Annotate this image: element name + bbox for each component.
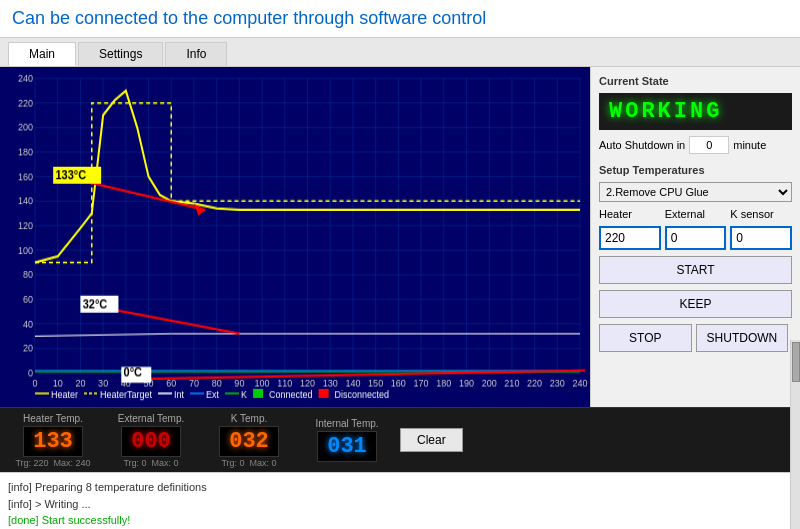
right-panel: Current State WORKING Auto Shutdown in m…	[590, 67, 800, 407]
working-display: WORKING	[599, 93, 792, 130]
k-sensor-input[interactable]	[730, 226, 792, 250]
internal-led: 031	[317, 431, 377, 462]
scrollbar-thumb[interactable]	[792, 342, 800, 382]
current-state-label: Current State	[599, 75, 792, 87]
heater-temp-display: Heater Temp. 133 Trg: 220 Max: 240	[8, 413, 98, 468]
auto-shutdown-input[interactable]	[689, 136, 729, 154]
external-temp-label: External Temp.	[118, 413, 185, 424]
title-text: Can be connected to the computer through…	[12, 8, 486, 28]
heater-input[interactable]	[599, 226, 661, 250]
stop-shutdown-row: STOP SHUTDOWN	[599, 324, 792, 352]
heater-header: Heater	[599, 208, 661, 220]
setup-select[interactable]: 2.Remove CPU Glue	[599, 182, 792, 202]
tab-main[interactable]: Main	[8, 42, 76, 66]
setup-temp-label: Setup Temperatures	[599, 164, 792, 176]
external-trg-max: Trg: 0 Max: 0	[123, 458, 178, 468]
external-header: External	[665, 208, 727, 220]
main-area: Current State WORKING Auto Shutdown in m…	[0, 67, 800, 407]
k-temp-label: K Temp.	[231, 413, 268, 424]
shutdown-row: Auto Shutdown in minute	[599, 136, 792, 154]
log-line-3: [done] Start successfully!	[8, 512, 792, 529]
right-scrollbar[interactable]	[790, 340, 800, 529]
k-sensor-header: K sensor	[730, 208, 792, 220]
tab-settings[interactable]: Settings	[78, 42, 163, 66]
external-temp-display: External Temp. 000 Trg: 0 Max: 0	[106, 413, 196, 468]
external-led: 000	[121, 426, 181, 457]
shutdown-button[interactable]: SHUTDOWN	[696, 324, 789, 352]
tab-info[interactable]: Info	[165, 42, 227, 66]
stop-button[interactable]: STOP	[599, 324, 692, 352]
log-line-1: [info] Preparing 8 temperature definitio…	[8, 479, 792, 496]
tabs-bar: Main Settings Info	[0, 38, 800, 67]
start-button[interactable]: START	[599, 256, 792, 284]
title-bar: Can be connected to the computer through…	[0, 0, 800, 38]
k-temp-display: K Temp. 032 Trg: 0 Max: 0	[204, 413, 294, 468]
internal-temp-label: Internal Temp.	[315, 418, 378, 429]
log-line-2: [info] > Writing ...	[8, 496, 792, 513]
clear-button[interactable]: Clear	[400, 428, 463, 452]
heater-trg-max: Trg: 220 Max: 240	[15, 458, 90, 468]
auto-shutdown-label: Auto Shutdown in	[599, 139, 685, 151]
log-area: [info] Preparing 8 temperature definitio…	[0, 472, 800, 529]
temp-inputs	[599, 226, 792, 250]
temp-headers: Heater External K sensor	[599, 208, 792, 220]
k-led: 032	[219, 426, 279, 457]
k-trg-max: Trg: 0 Max: 0	[221, 458, 276, 468]
clear-btn-area: Clear	[400, 428, 463, 452]
chart-area	[0, 67, 590, 407]
internal-temp-display: Internal Temp. 031	[302, 418, 392, 462]
heater-led: 133	[23, 426, 83, 457]
keep-button[interactable]: KEEP	[599, 290, 792, 318]
bottom-panel: Heater Temp. 133 Trg: 220 Max: 240 Exter…	[0, 407, 800, 472]
external-input[interactable]	[665, 226, 727, 250]
minute-label: minute	[733, 139, 766, 151]
heater-temp-label: Heater Temp.	[23, 413, 83, 424]
